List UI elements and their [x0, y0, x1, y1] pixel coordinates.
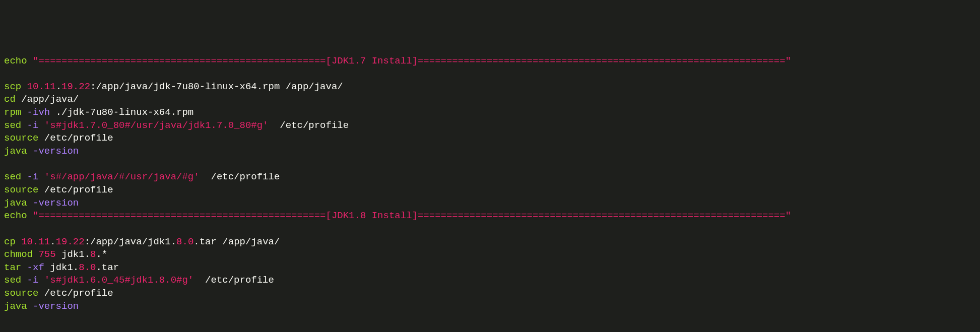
string-token: 's#jdk1.6.0_45#jdk1.8.0#g': [38, 275, 193, 286]
path-token: jdk1.: [44, 262, 79, 273]
code-line: chmod 755 jdk1.8.*: [4, 249, 107, 260]
code-line: source /etc/profile: [4, 132, 113, 144]
command-token: java: [4, 301, 33, 312]
code-line: sed -i 's#jdk1.6.0_45#jdk1.8.0#g' /etc/p…: [4, 275, 274, 286]
path-token: ./jdk-7u80-linux-x64.rpm: [50, 107, 193, 118]
command-token: sed: [4, 120, 27, 131]
code-line: sed -i 's#jdk1.7.0_80#/usr/java/jdk1.7.0…: [4, 120, 349, 131]
command-token: echo: [4, 55, 27, 67]
string-token: "=======================================…: [27, 210, 791, 221]
code-line: sed -i 's#/app/java/#/usr/java/#g' /etc/…: [4, 171, 280, 182]
code-line: cp 10.11.19.22:/app/java/jdk1.8.0.tar /a…: [4, 236, 280, 247]
command-token: cp: [4, 236, 21, 247]
path-token: .*: [96, 249, 107, 260]
arg-token: -version: [33, 197, 79, 209]
code-line: echo "==================================…: [4, 210, 791, 221]
arg-token: -ivh: [27, 107, 50, 118]
command-token: source: [4, 132, 38, 144]
string-token: 's#/app/java/#/usr/java/#g': [38, 171, 199, 182]
arg-token: -xf: [27, 262, 44, 273]
path-token: /app/java/: [16, 94, 79, 105]
command-token: java: [4, 197, 33, 209]
code-line: source /etc/profile: [4, 184, 113, 195]
command-token: echo: [4, 210, 27, 221]
path-token: /etc/profile: [269, 120, 349, 131]
path-token: :/app/java/jdk-7u80-linux-x64.rpm /app/j…: [90, 81, 343, 92]
code-line: source /etc/profile: [4, 288, 113, 299]
text-token: .: [56, 81, 61, 92]
path-token: /etc/profile: [193, 275, 274, 286]
path-token: jdk1.: [56, 249, 90, 260]
code-line: java -version: [4, 301, 79, 312]
number-token: 10.11: [21, 236, 50, 247]
number-token: 8.0: [79, 262, 96, 273]
path-token: /etc/profile: [38, 132, 113, 144]
path-token: :/app/java/jdk1.: [85, 236, 176, 247]
command-token: scp: [4, 81, 27, 92]
code-line: echo "==================================…: [4, 55, 791, 67]
arg-token: -i: [27, 275, 39, 286]
arg-token: -version: [33, 301, 79, 312]
code-line: java -version: [4, 146, 79, 157]
number-token: 8: [90, 249, 96, 260]
path-token: .tar: [96, 262, 119, 273]
code-block: echo "==================================…: [4, 55, 976, 313]
command-token: java: [4, 146, 33, 157]
command-token: source: [4, 288, 38, 299]
string-token: 's#jdk1.7.0_80#/usr/java/jdk1.7.0_80#g': [38, 120, 268, 131]
command-token: sed: [4, 171, 27, 182]
code-line: rpm -ivh ./jdk-7u80-linux-x64.rpm: [4, 107, 193, 118]
number-token: 755: [38, 249, 55, 260]
code-line: scp 10.11.19.22:/app/java/jdk-7u80-linux…: [4, 81, 343, 92]
arg-token: -version: [33, 146, 79, 157]
code-line: cd /app/java/: [4, 94, 79, 105]
path-token: .tar /app/java/: [193, 236, 280, 247]
path-token: /etc/profile: [38, 184, 113, 195]
path-token: /etc/profile: [200, 171, 280, 182]
number-token: 19.22: [61, 81, 90, 92]
path-token: /etc/profile: [38, 288, 113, 299]
text-token: .: [50, 236, 55, 247]
arg-token: -i: [27, 171, 39, 182]
command-token: chmod: [4, 249, 38, 260]
command-token: source: [4, 184, 38, 195]
code-line: tar -xf jdk1.8.0.tar: [4, 262, 119, 273]
string-token: "=======================================…: [27, 55, 791, 67]
command-token: tar: [4, 262, 27, 273]
command-token: sed: [4, 275, 27, 286]
number-token: 19.22: [56, 236, 85, 247]
command-token: rpm: [4, 107, 27, 118]
code-line: java -version: [4, 197, 79, 209]
command-token: cd: [4, 94, 16, 105]
number-token: 8.0: [176, 236, 193, 247]
number-token: 10.11: [27, 81, 56, 92]
arg-token: -i: [27, 120, 39, 131]
